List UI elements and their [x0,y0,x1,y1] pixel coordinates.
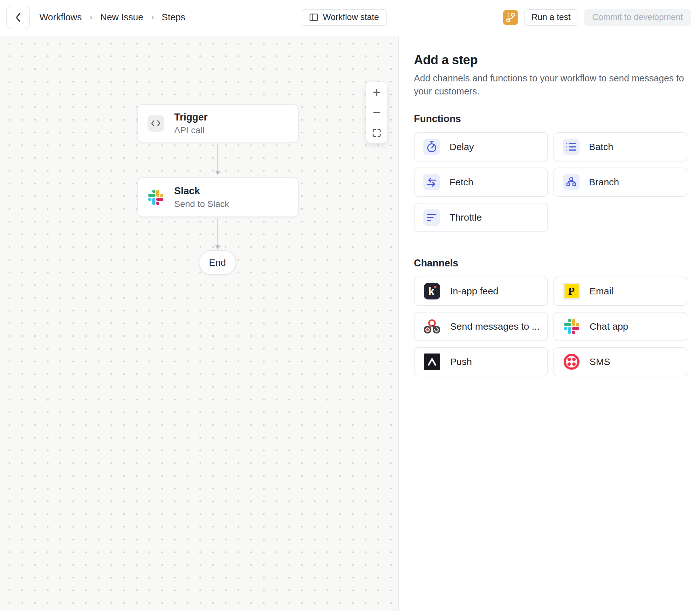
card-label: In-app feed [450,286,498,297]
card-label: Chat app [590,321,628,332]
trigger-node-title: Trigger [174,111,208,123]
card-label: SMS [590,356,610,367]
card-label: Email [590,286,613,297]
channel-card-in-app-feed[interactable]: k In-app feed [414,277,548,306]
breadcrumb-separator-icon: › [151,12,154,23]
functions-heading: Functions [414,113,687,124]
function-card-branch[interactable]: Branch [553,167,688,197]
card-label: Push [450,356,472,367]
fullscreen-icon [372,128,382,138]
workflow-state-button[interactable]: Workflow state [302,9,387,26]
slack-icon [148,189,164,206]
breadcrumb-steps[interactable]: Steps [162,12,185,23]
trigger-node-subtitle: API call [174,125,208,135]
breadcrumb: Workflows › New Issue › Steps [40,12,185,23]
expo-chevron-logo-icon [423,353,441,370]
channels-grid: k In-app feed P Email [414,277,687,376]
add-step-panel: Add a step Add channels and functions to… [398,36,700,611]
postmark-logo-icon: P [563,283,580,300]
breadcrumb-new-issue[interactable]: New Issue [100,12,143,23]
card-label: Throttle [449,212,482,223]
org-tree-icon [563,174,580,190]
chevron-left-icon [15,12,21,23]
end-node-label: End [209,257,226,268]
card-label: Branch [589,177,619,188]
version-branch-button[interactable] [503,10,518,25]
run-test-label: Run a test [532,12,571,22]
trigger-node-text: Trigger API call [174,111,208,135]
run-test-button[interactable]: Run a test [524,9,578,26]
function-card-batch[interactable]: Batch [553,132,688,162]
stopwatch-icon [423,139,440,155]
channel-card-chat-app[interactable]: Chat app [553,312,688,341]
slack-node-title: Slack [174,185,229,197]
edge-arrow [218,219,218,246]
header-actions: Run a test Commit to development [503,9,691,26]
twilio-logo-icon [563,353,580,370]
trigger-node[interactable]: Trigger API call [137,104,299,143]
knock-logo-icon: k [423,283,441,300]
panel-description: Add channels and functions to your workf… [414,72,687,98]
filter-lines-icon [423,209,440,226]
function-card-fetch[interactable]: Fetch [414,167,548,197]
webhook-logo-icon [423,318,441,335]
code-icon [148,115,164,132]
commit-label: Commit to development [592,12,683,22]
card-label: Send messages to ... [450,321,540,332]
slack-step-node[interactable]: Slack Send to Slack [137,177,299,217]
card-label: Delay [449,141,474,152]
function-card-throttle[interactable]: Throttle [414,203,548,232]
zoom-out-button[interactable]: − [366,102,387,123]
header-center: Workflow state [185,9,503,26]
breadcrumb-separator-icon: › [89,12,92,23]
end-node[interactable]: End [199,250,236,275]
top-bar: Workflows › New Issue › Steps Workflow s… [0,0,700,35]
workflow-canvas[interactable]: Trigger API call Slack Send to Slack End… [0,36,398,611]
channel-card-sms[interactable]: SMS [553,347,688,376]
side-panel-icon [309,13,318,21]
channels-heading: Channels [414,257,687,269]
channel-card-email[interactable]: P Email [553,277,688,306]
back-button[interactable] [6,6,30,29]
slack-node-subtitle: Send to Slack [174,199,229,209]
channel-card-webhook[interactable]: Send messages to ... [414,312,548,341]
panel-title: Add a step [414,53,687,67]
list-icon [563,139,580,155]
breadcrumb-workflows[interactable]: Workflows [40,12,82,23]
swap-arrows-icon [423,174,440,190]
card-label: Fetch [449,177,473,188]
commit-to-development-button[interactable]: Commit to development [584,9,691,26]
function-card-delay[interactable]: Delay [414,132,548,162]
card-label: Batch [589,141,613,152]
slack-logo-icon [563,318,580,335]
git-branch-icon [505,12,516,23]
edge-arrow [218,144,218,172]
channel-card-push[interactable]: Push [414,347,548,376]
plus-icon: + [373,85,381,99]
functions-grid: Delay Batch Fetch [414,132,687,232]
slack-node-text: Slack Send to Slack [174,185,229,209]
workflow-state-label: Workflow state [323,12,379,22]
zoom-controls: + − [366,82,387,143]
minus-icon: − [373,106,381,120]
zoom-in-button[interactable]: + [366,82,387,102]
fit-view-button[interactable] [366,123,387,143]
